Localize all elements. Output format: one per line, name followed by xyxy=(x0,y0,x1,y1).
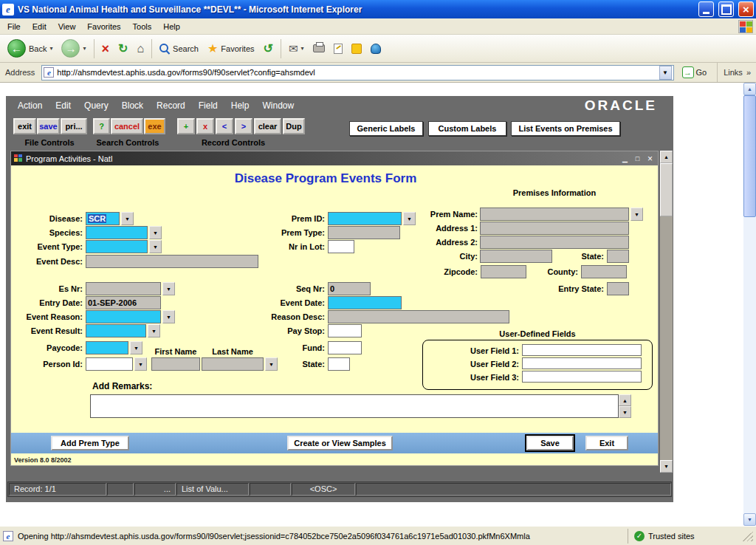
print-form-button[interactable]: pri... xyxy=(61,118,87,134)
back-button[interactable]: Back xyxy=(4,38,56,59)
browser-scroll-thumb[interactable] xyxy=(743,95,756,217)
oracle-menu-action[interactable]: Action xyxy=(12,98,48,113)
exit-button[interactable]: exit xyxy=(13,118,36,134)
address-dropdown[interactable] xyxy=(659,66,672,80)
menu-file[interactable]: File xyxy=(1,20,27,33)
first-name-field[interactable] xyxy=(151,357,200,371)
clear-record-button[interactable]: clear xyxy=(254,118,281,134)
person-id-dropdown[interactable] xyxy=(134,357,147,371)
generic-labels-button[interactable]: Generic Labels xyxy=(349,121,423,136)
seq-nr-field[interactable]: 0 xyxy=(328,282,371,295)
resize-grip[interactable] xyxy=(743,531,753,541)
favorites-button[interactable]: Favorites xyxy=(204,40,258,57)
fund-field[interactable] xyxy=(328,341,362,354)
print-button[interactable] xyxy=(309,43,329,54)
event-date-field[interactable] xyxy=(328,296,402,309)
next-record-button[interactable]: > xyxy=(235,118,252,134)
add-prem-type-button[interactable]: Add Prem Type xyxy=(51,436,129,450)
remarks-scroll-up[interactable] xyxy=(619,394,631,406)
es-nr-field[interactable] xyxy=(86,282,161,295)
prem-name-dropdown[interactable] xyxy=(630,208,643,221)
prem-name-field[interactable] xyxy=(480,208,629,221)
enter-query-button[interactable]: ? xyxy=(93,118,110,134)
event-type-field[interactable] xyxy=(86,240,148,253)
home-button[interactable] xyxy=(133,41,148,57)
state-field[interactable] xyxy=(607,250,629,263)
applet-scroll-down[interactable] xyxy=(660,460,673,473)
oracle-menu-edit[interactable]: Edit xyxy=(49,98,77,113)
previous-record-button[interactable]: < xyxy=(216,118,233,134)
remarks-scroll-down[interactable] xyxy=(619,406,631,418)
add-remarks-textarea[interactable] xyxy=(90,394,619,418)
menu-favorites[interactable]: Favorites xyxy=(81,20,126,33)
disease-field[interactable]: SCR xyxy=(86,212,120,225)
menu-edit[interactable]: Edit xyxy=(27,20,52,33)
es-nr-dropdown[interactable] xyxy=(162,282,175,295)
person-id-field[interactable] xyxy=(86,357,133,371)
forward-button[interactable] xyxy=(58,38,89,59)
menu-view[interactable]: View xyxy=(52,20,82,33)
user-field-3-input[interactable] xyxy=(522,371,642,383)
pay-stop-field[interactable] xyxy=(328,324,362,337)
address-url[interactable]: http://ahsmdevtest.aphis.usda.gov/forms9… xyxy=(57,68,656,77)
event-result-field[interactable] xyxy=(86,324,146,337)
entry-state-field[interactable] xyxy=(607,282,629,295)
inner-restore-icon[interactable] xyxy=(633,154,642,163)
user-field-1-input[interactable] xyxy=(522,344,642,356)
go-button[interactable]: Go xyxy=(678,66,712,79)
form-save-button[interactable]: Save xyxy=(526,436,574,450)
messenger-button[interactable] xyxy=(367,42,385,55)
user-field-2-input[interactable] xyxy=(522,357,642,369)
execute-query-button[interactable]: exe xyxy=(144,118,165,134)
duplicate-record-button[interactable]: Dup xyxy=(283,118,305,134)
county-field[interactable] xyxy=(581,265,627,278)
links-chevron-icon[interactable] xyxy=(746,68,754,77)
custom-labels-button[interactable]: Custom Labels xyxy=(428,121,506,136)
cancel-query-button[interactable]: cancel xyxy=(111,118,143,134)
oracle-menu-window[interactable]: Window xyxy=(256,98,300,113)
oracle-menu-help[interactable]: Help xyxy=(225,98,255,113)
stop-button[interactable] xyxy=(98,41,114,57)
create-or-view-samples-button[interactable]: Create or View Samples xyxy=(287,436,393,450)
close-button[interactable] xyxy=(738,1,754,17)
mail-button[interactable] xyxy=(285,41,308,57)
history-button[interactable] xyxy=(260,40,277,57)
inner-close-icon[interactable] xyxy=(645,154,655,163)
minimize-button[interactable] xyxy=(698,1,714,17)
event-result-dropdown[interactable] xyxy=(148,324,160,337)
event-type-dropdown[interactable] xyxy=(149,240,162,253)
refresh-button[interactable] xyxy=(114,40,131,57)
maximize-button[interactable] xyxy=(718,1,734,17)
reason-desc-field[interactable] xyxy=(328,310,509,323)
nr-in-lot-field[interactable] xyxy=(328,240,354,253)
oracle-menu-field[interactable]: Field xyxy=(193,98,224,113)
list-events-on-premises-button[interactable]: List Events on Premises xyxy=(511,121,620,136)
form-exit-button[interactable]: Exit xyxy=(585,436,628,450)
menu-tools[interactable]: Tools xyxy=(127,20,158,33)
paycode-dropdown[interactable] xyxy=(130,341,142,354)
address2-field[interactable] xyxy=(480,236,629,249)
event-reason-dropdown[interactable] xyxy=(162,310,175,323)
applet-scrollbar[interactable] xyxy=(660,151,673,473)
disease-dropdown[interactable] xyxy=(121,212,134,225)
species-dropdown[interactable] xyxy=(149,226,162,239)
browser-scroll-down[interactable] xyxy=(743,513,756,526)
address-input[interactable]: e http://ahsmdevtest.aphis.usda.gov/form… xyxy=(41,65,673,80)
state-mid-field[interactable] xyxy=(328,357,350,371)
menu-help[interactable]: Help xyxy=(157,20,186,33)
address1-field[interactable] xyxy=(480,222,629,235)
prem-id-field[interactable] xyxy=(328,212,402,225)
oracle-menu-block[interactable]: Block xyxy=(116,98,149,113)
inner-minimize-icon[interactable] xyxy=(620,154,630,163)
links-label[interactable]: Links xyxy=(724,68,743,77)
city-field[interactable] xyxy=(480,250,552,263)
species-field[interactable] xyxy=(86,226,148,239)
browser-scrollbar[interactable] xyxy=(743,83,756,526)
zipcode-field[interactable] xyxy=(481,265,526,278)
notes-button[interactable] xyxy=(348,42,365,55)
insert-record-button[interactable]: + xyxy=(177,118,195,134)
delete-record-button[interactable]: x xyxy=(196,118,214,134)
event-desc-field[interactable] xyxy=(86,255,258,268)
save-button[interactable]: save xyxy=(37,118,60,134)
edit-button[interactable] xyxy=(330,42,346,55)
